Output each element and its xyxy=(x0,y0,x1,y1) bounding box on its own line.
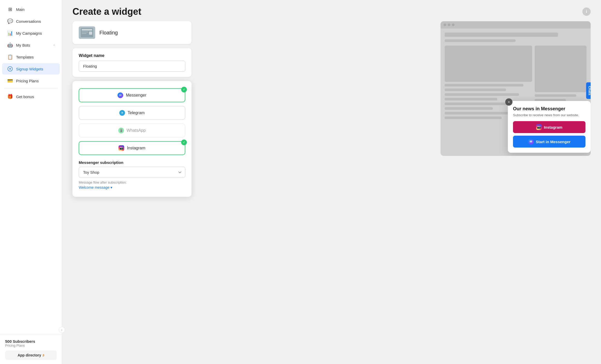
sidebar-item-label: Signup Widgets xyxy=(16,67,43,71)
info-button[interactable]: i xyxy=(582,8,591,16)
welcome-message-arrow: ▾ xyxy=(111,185,112,190)
page-title: Create a widget xyxy=(72,6,141,17)
channel-messenger[interactable]: ✉ Messenger ✓ xyxy=(79,88,185,102)
widget-type-icon xyxy=(79,26,95,39)
footer-pricing-label: Pricing Plans xyxy=(5,344,57,347)
placeholder-line-7 xyxy=(445,112,510,114)
chats-tab[interactable]: Chats xyxy=(586,82,591,99)
messenger-subscription-section: Messenger subscription Toy Shop Message … xyxy=(79,160,185,190)
floating-popup: × Our news in Messenger Subscribe to rec… xyxy=(508,101,591,153)
page-header: Create a widget i xyxy=(62,0,601,21)
messenger-label: Messenger xyxy=(126,93,146,98)
popup-subtitle: Subscribe to receive news from our websi… xyxy=(513,113,585,117)
conversations-icon: 💬 xyxy=(7,18,13,24)
content-area: Floating Widget name ✉ Messenger ✓ ✈ Tel… xyxy=(62,21,601,364)
sidebar: ⊞ Main 💬 Conversations 📊 My Campaigns 🤖 … xyxy=(0,0,62,364)
svg-rect-5 xyxy=(89,32,92,35)
signup-widgets-icon xyxy=(7,66,13,72)
app-directory-button[interactable]: App directoryβ xyxy=(5,351,57,360)
messenger-icon: ✉ xyxy=(118,92,123,98)
main-content: Create a widget i Floating xyxy=(62,0,601,364)
sidebar-item-label: Get bonus xyxy=(16,94,34,99)
sidebar-item-signup-widgets[interactable]: Signup Widgets xyxy=(2,63,60,75)
placeholder-sidebar-image xyxy=(535,46,587,92)
sidebar-item-label: Main xyxy=(16,7,25,12)
popup-close-button[interactable]: × xyxy=(505,98,512,106)
placeholder-line-2 xyxy=(445,89,506,91)
bots-arrow-icon: ‹ xyxy=(54,43,55,47)
whatsapp-label: WhatsApp xyxy=(127,128,146,133)
main-icon: ⊞ xyxy=(7,6,13,12)
welcome-message-link[interactable]: Welcome message ▾ xyxy=(79,185,185,190)
instagram-label: Instagram xyxy=(127,146,145,150)
placeholder-subheader xyxy=(445,39,516,42)
sidebar-item-label: My Campaigns xyxy=(16,31,42,35)
sidebar-nav: ⊞ Main 💬 Conversations 📊 My Campaigns 🤖 … xyxy=(0,0,62,335)
telegram-label: Telegram xyxy=(128,111,145,115)
sidebar-item-pricing-plans[interactable]: 💳 Pricing Plans xyxy=(2,75,60,86)
sidebar-item-my-campaigns[interactable]: 📊 My Campaigns xyxy=(2,27,60,39)
sidebar-footer: 500 Subscribers Pricing Plans App direct… xyxy=(0,335,62,364)
widget-name-section: Widget name xyxy=(72,48,192,77)
browser-dot-2 xyxy=(448,24,450,26)
subscriber-count: 500 Subscribers xyxy=(5,339,57,344)
bonus-icon: 🎁 xyxy=(7,94,13,99)
placeholder-line-8 xyxy=(445,117,502,119)
browser-dot-3 xyxy=(452,24,455,26)
placeholder-sidebar-line-1 xyxy=(535,94,576,97)
browser-topbar xyxy=(441,21,591,28)
right-panel: × Our news in Messenger Subscribe to rec… xyxy=(192,21,591,359)
beta-badge: β xyxy=(43,354,44,357)
welcome-message-text: Welcome message xyxy=(79,185,109,190)
svg-rect-3 xyxy=(82,32,88,32)
sidebar-collapse-button[interactable]: › xyxy=(59,327,65,333)
channel-instagram[interactable]: 📷 Instagram ✓ xyxy=(79,141,185,155)
sidebar-item-label: Conversations xyxy=(16,19,41,24)
placeholder-line-1 xyxy=(445,84,523,86)
placeholder-line-3 xyxy=(445,93,519,96)
placeholder-header xyxy=(445,33,558,37)
instagram-icon: 📷 xyxy=(119,145,124,151)
subscription-label: Messenger subscription xyxy=(79,160,185,165)
browser-body: × Our news in Messenger Subscribe to rec… xyxy=(441,28,591,153)
placeholder-line-4 xyxy=(445,98,497,100)
whatsapp-icon: 📱 xyxy=(118,128,124,133)
widget-name-input[interactable] xyxy=(79,61,185,72)
messenger-check: ✓ xyxy=(181,87,187,92)
widget-name-label: Widget name xyxy=(79,53,185,58)
collapse-icon: › xyxy=(61,329,62,331)
sidebar-item-my-bots[interactable]: 🤖 My Bots ‹ xyxy=(2,39,60,51)
popup-instagram-button[interactable]: 📷 Instagram xyxy=(513,121,585,133)
sidebar-item-label: Templates xyxy=(16,55,34,59)
widget-type-card: Floating xyxy=(72,21,192,44)
popup-instagram-icon: 📷 xyxy=(536,124,542,130)
svg-rect-2 xyxy=(82,29,92,31)
sidebar-item-label: Pricing Plans xyxy=(16,79,39,83)
app-directory-label: App directory xyxy=(18,353,41,357)
subscription-select[interactable]: Toy Shop xyxy=(79,167,185,178)
popup-messenger-button[interactable]: ✉ Start in Messenger xyxy=(513,136,585,148)
channel-whatsapp: 📱 WhatsApp xyxy=(79,123,185,137)
bots-icon: 🤖 xyxy=(7,42,13,48)
popup-messenger-icon: ✉ xyxy=(528,139,534,144)
channel-telegram[interactable]: ✈ Telegram xyxy=(79,106,185,120)
placeholder-line-6 xyxy=(445,107,493,110)
message-flow-label: Message flow after subscription: xyxy=(79,180,185,184)
svg-rect-4 xyxy=(82,33,86,34)
sidebar-divider xyxy=(4,89,58,89)
popup-messenger-label: Start in Messenger xyxy=(536,140,570,144)
telegram-icon: ✈ xyxy=(119,110,125,116)
sidebar-item-get-bonus[interactable]: 🎁 Get bonus xyxy=(2,91,60,102)
sidebar-item-conversations[interactable]: 💬 Conversations xyxy=(2,16,60,27)
browser-preview: × Our news in Messenger Subscribe to rec… xyxy=(441,21,591,156)
sidebar-item-templates[interactable]: 📋 Templates xyxy=(2,51,60,63)
left-panel: Floating Widget name ✉ Messenger ✓ ✈ Tel… xyxy=(72,21,192,359)
popup-instagram-label: Instagram xyxy=(544,125,562,129)
pricing-icon: 💳 xyxy=(7,78,13,84)
sidebar-item-main[interactable]: ⊞ Main xyxy=(2,4,60,15)
browser-dot-1 xyxy=(444,24,446,26)
templates-icon: 📋 xyxy=(7,54,13,60)
popup-title: Our news in Messenger xyxy=(513,106,585,112)
instagram-check: ✓ xyxy=(181,140,187,145)
campaigns-icon: 📊 xyxy=(7,30,13,36)
